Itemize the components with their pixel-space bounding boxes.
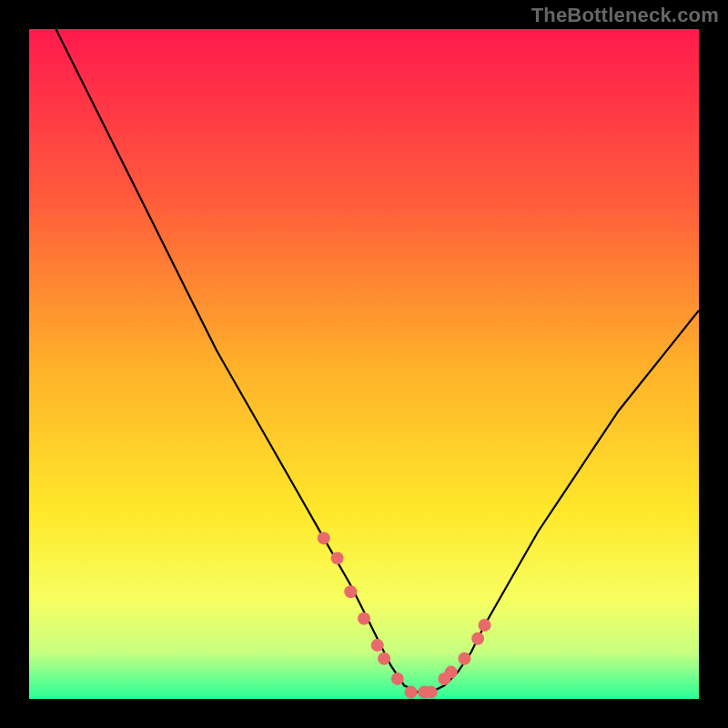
plot-background: [29, 29, 699, 699]
bottleneck-chart: [0, 0, 728, 728]
attribution-label: TheBottleneck.com: [531, 4, 719, 27]
marker-dot: [458, 652, 470, 665]
marker-dot: [405, 686, 418, 699]
marker-dot: [391, 672, 404, 685]
marker-dot: [445, 666, 458, 679]
marker-dot: [371, 639, 384, 652]
marker-dot: [479, 619, 491, 632]
marker-dot: [471, 632, 484, 645]
chart-frame: TheBottleneck.com: [0, 0, 728, 728]
marker-dot: [358, 612, 370, 625]
marker-dot: [318, 531, 330, 544]
marker-dot: [344, 585, 357, 598]
marker-dot: [331, 551, 344, 564]
marker-dot: [425, 686, 438, 699]
marker-dot: [378, 652, 390, 665]
